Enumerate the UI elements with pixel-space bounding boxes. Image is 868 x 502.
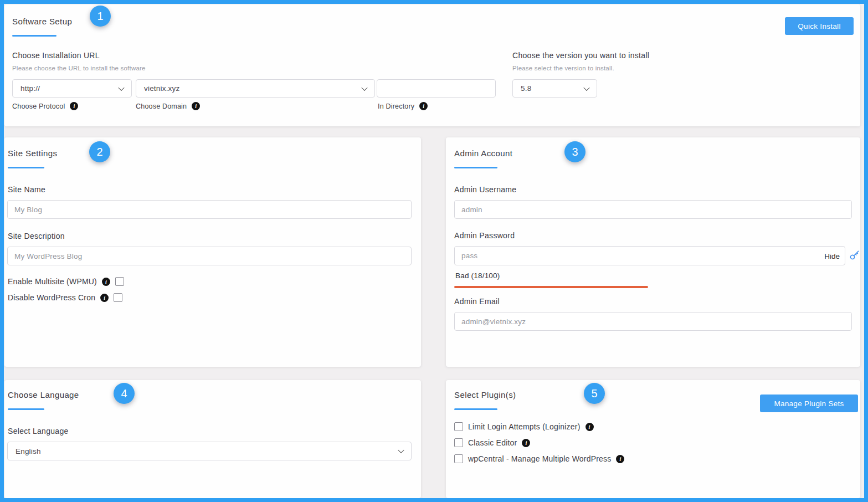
site-description-label: Site Description: [8, 232, 65, 240]
chevron-down-icon: [118, 84, 124, 90]
protocol-caption-label: Choose Protocol: [12, 103, 65, 110]
wpcentral-label: wpCentral - Manage Multiple WordPress: [468, 454, 611, 463]
annotation-badge-3: 3: [564, 141, 585, 162]
info-icon[interactable]: i: [102, 278, 110, 286]
installation-url-label: Choose Installation URL: [12, 51, 100, 60]
classic-editor-label: Classic Editor: [468, 438, 517, 447]
language-select[interactable]: English: [7, 442, 412, 460]
password-strength-bar: [454, 286, 648, 288]
classic-editor-checkbox[interactable]: [454, 438, 463, 447]
site-name-label: Site Name: [8, 185, 45, 194]
select-language-label: Select Language: [8, 427, 69, 436]
protocol-caption: Choose Protocol i: [12, 102, 78, 110]
manage-plugin-sets-button[interactable]: Manage Plugin Sets: [760, 395, 858, 412]
software-setup-underline: [12, 35, 57, 37]
admin-email-label: Admin Email: [454, 297, 500, 306]
loginizer-checkbox[interactable]: [454, 422, 463, 431]
key-icon[interactable]: [849, 250, 860, 263]
site-description-input[interactable]: [7, 247, 412, 265]
choose-language-card: Choose Language Select Language English: [4, 380, 421, 498]
admin-password-field: Hide: [454, 246, 845, 265]
admin-username-label: Admin Username: [454, 185, 516, 194]
cron-label: Disable WordPress Cron: [8, 293, 95, 302]
chevron-down-icon: [398, 447, 404, 453]
annotation-badge-5: 5: [584, 383, 605, 404]
domain-select[interactable]: vietnix.xyz: [136, 79, 375, 98]
info-icon[interactable]: i: [192, 102, 200, 110]
directory-input[interactable]: [377, 79, 496, 98]
loginizer-label: Limit Login Attempts (Loginizer): [468, 422, 581, 431]
info-icon[interactable]: i: [70, 102, 78, 110]
domain-caption: Choose Domain i: [136, 102, 200, 110]
chevron-down-icon: [583, 84, 589, 90]
version-label: Choose the version you want to install: [512, 51, 649, 60]
software-setup-title: Software Setup: [12, 17, 72, 26]
software-setup-card: Software Setup Quick Install Choose Inst…: [4, 4, 860, 126]
domain-select-value: vietnix.xyz: [144, 84, 179, 93]
domain-caption-label: Choose Domain: [136, 103, 187, 110]
plugin-row-classic-editor: Classic Editor i: [454, 438, 530, 447]
admin-account-underline: [454, 167, 497, 168]
site-name-input[interactable]: [7, 200, 412, 219]
directory-caption-label: In Directory: [378, 103, 414, 110]
admin-password-label: Admin Password: [454, 231, 515, 240]
select-plugins-title: Select Plugin(s): [454, 390, 516, 399]
annotation-badge-4: 4: [114, 383, 135, 404]
admin-password-input[interactable]: [454, 246, 845, 265]
select-plugins-card: Select Plugin(s) Manage Plugin Sets Limi…: [446, 380, 860, 498]
info-icon[interactable]: i: [522, 439, 530, 447]
select-plugins-underline: [454, 408, 497, 410]
quick-install-button[interactable]: Quick Install: [785, 17, 854, 35]
plugin-row-wpcentral: wpCentral - Manage Multiple WordPress i: [454, 454, 624, 463]
version-select[interactable]: 5.8: [512, 79, 597, 98]
wpcentral-checkbox[interactable]: [454, 454, 463, 463]
choose-language-underline: [8, 408, 44, 410]
info-icon[interactable]: i: [616, 455, 624, 463]
info-icon[interactable]: i: [419, 102, 428, 110]
language-select-value: English: [16, 447, 41, 455]
password-strength-text: Bad (18/100): [455, 272, 500, 280]
admin-account-card: Admin Account Admin Username Admin Passw…: [446, 137, 860, 367]
site-settings-card: Site Settings Site Name Site Description…: [4, 137, 421, 367]
cron-row: Disable WordPress Cron i: [8, 293, 122, 302]
info-icon[interactable]: i: [585, 423, 594, 431]
password-hide-toggle[interactable]: Hide: [822, 252, 840, 260]
annotation-badge-1: 1: [90, 6, 111, 27]
cron-checkbox[interactable]: [114, 293, 122, 302]
plugin-row-loginizer: Limit Login Attempts (Loginizer) i: [454, 422, 594, 431]
multisite-row: Enable Multisite (WPMU) i: [8, 277, 124, 286]
directory-caption: In Directory i: [378, 102, 428, 110]
protocol-select-value: http://: [20, 84, 40, 93]
installation-url-help: Please choose the URL to install the sof…: [12, 65, 146, 71]
site-settings-underline: [8, 167, 44, 168]
multisite-label: Enable Multisite (WPMU): [8, 277, 97, 286]
choose-language-title: Choose Language: [8, 390, 79, 399]
multisite-checkbox[interactable]: [115, 277, 124, 286]
version-help: Please select the version to install.: [512, 65, 614, 71]
admin-username-input[interactable]: [454, 200, 852, 219]
admin-email-input[interactable]: [454, 312, 852, 331]
info-icon[interactable]: i: [100, 294, 109, 302]
version-select-value: 5.8: [521, 84, 531, 93]
annotation-badge-2: 2: [89, 141, 110, 162]
protocol-select[interactable]: http://: [12, 79, 132, 98]
chevron-down-icon: [361, 84, 367, 90]
admin-account-title: Admin Account: [454, 148, 512, 158]
site-settings-title: Site Settings: [8, 148, 57, 158]
installer-page: Software Setup Quick Install Choose Inst…: [0, 0, 868, 502]
